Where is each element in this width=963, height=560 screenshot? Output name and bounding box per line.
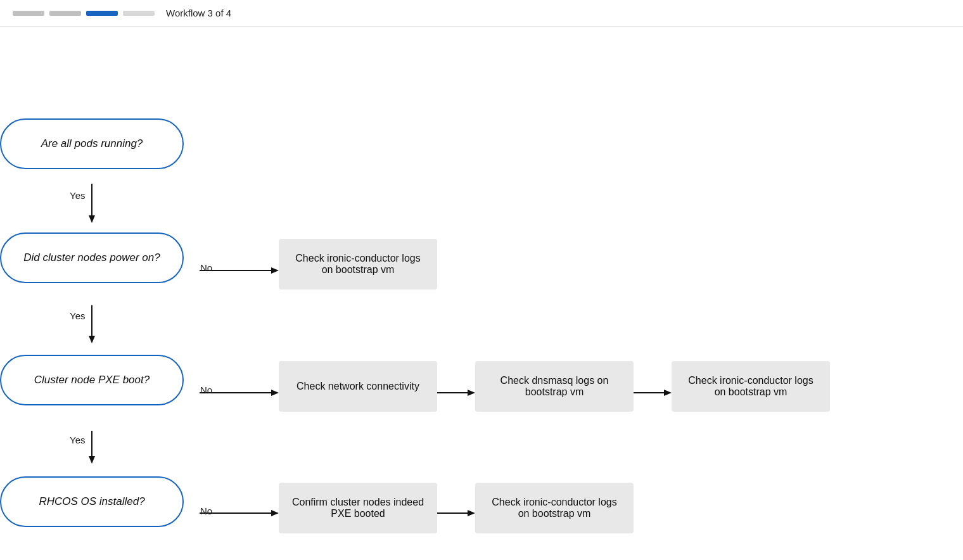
progress-seg-2: [49, 11, 81, 16]
svg-marker-3: [89, 336, 95, 343]
svg-marker-5: [89, 456, 95, 464]
flowchart-canvas: Are all pods running? Yes Did cluster no…: [0, 27, 963, 552]
progress-seg-4: [123, 11, 155, 16]
svg-marker-18: [271, 510, 279, 516]
svg-marker-20: [468, 510, 475, 516]
no-label-3: No: [200, 506, 212, 516]
svg-marker-13: [468, 390, 475, 396]
yes-label-1: Yes: [70, 190, 85, 201]
action-1: Check ironic-conductor logs on bootstrap…: [279, 239, 437, 290]
workflow-title: Workflow 3 of 4: [166, 8, 231, 18]
yes-label-3: Yes: [70, 435, 85, 445]
no-label-1: No: [200, 262, 212, 273]
action-5: Confirm cluster nodes indeed PXE booted: [279, 483, 437, 533]
question-4: RHCOS OS installed?: [0, 476, 184, 527]
question-2: Did cluster nodes power on?: [0, 232, 184, 283]
question-1: Are all pods running?: [0, 118, 184, 169]
action-6: Check ironic-conductor logs on bootstrap…: [475, 483, 634, 533]
progress-seg-3: [86, 11, 118, 16]
action-3: Check dnsmasq logs on bootstrap vm: [475, 361, 634, 412]
svg-marker-8: [271, 267, 279, 274]
no-label-2: No: [200, 385, 212, 395]
header: Workflow 3 of 4: [0, 0, 963, 27]
svg-marker-1: [89, 215, 95, 223]
action-2: Check network connectivity: [279, 361, 437, 412]
svg-marker-11: [271, 390, 279, 396]
progress-seg-1: [13, 11, 44, 16]
yes-label-2: Yes: [70, 310, 85, 321]
question-3: Cluster node PXE boot?: [0, 355, 184, 405]
svg-marker-15: [664, 390, 672, 396]
action-4: Check ironic-conductor logs on bootstrap…: [672, 361, 830, 412]
arrows-svg: [0, 27, 963, 552]
